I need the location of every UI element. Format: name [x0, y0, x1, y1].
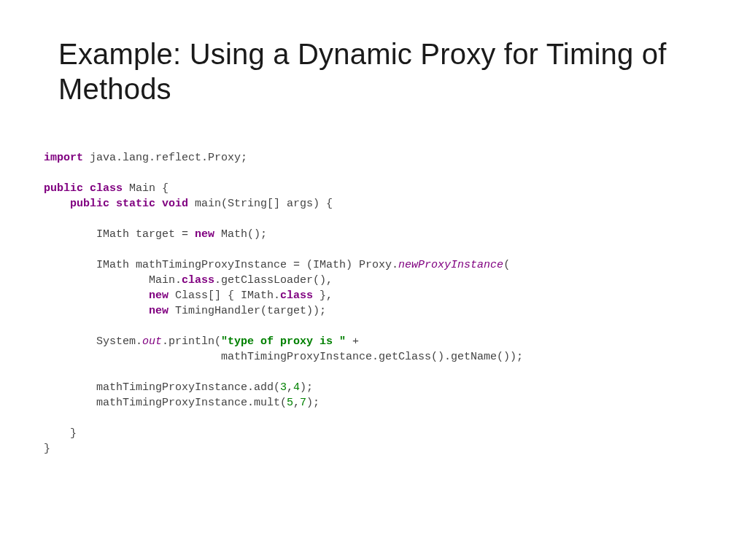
keyword-public: public: [70, 198, 109, 210]
sysout-d: mathTimingProxyInstance.getClass().getNa…: [44, 351, 523, 363]
handler-b: TimingHandler(target));: [169, 305, 326, 317]
slide-title: Example: Using a Dynamic Proxy for Timin…: [58, 36, 689, 106]
comma1: ,: [287, 381, 293, 394]
keyword-new3: new: [149, 305, 169, 317]
keyword-import: import: [44, 152, 83, 164]
brace-close2: }: [44, 443, 50, 455]
sysout-out: out: [142, 335, 162, 348]
close2: );: [306, 397, 320, 409]
keyword-void: void: [162, 198, 188, 210]
class-decl: Main {: [123, 182, 169, 195]
num-4: 4: [293, 381, 300, 394]
paren: (: [503, 259, 510, 271]
add-a: mathTimingProxyInstance.add(: [44, 381, 280, 394]
target-line-b: Math();: [214, 228, 267, 241]
import-package: java.lang.reflect.Proxy;: [83, 152, 247, 164]
comma2: ,: [293, 397, 300, 409]
keyword-static: static: [116, 198, 155, 210]
brace-close1: }: [44, 427, 77, 440]
num-7: 7: [300, 397, 306, 409]
keyword-public: public: [44, 182, 83, 195]
sysout-b: .println(: [162, 335, 221, 348]
slide-container: Example: Using a Dynamic Proxy for Timin…: [0, 0, 747, 560]
code-block: import java.lang.reflect.Proxy; public c…: [44, 150, 689, 456]
newproxy-call: newProxyInstance: [398, 259, 503, 271]
num-5: 5: [287, 397, 293, 409]
keyword-new: new: [195, 228, 214, 241]
sysout-a: System.: [44, 335, 142, 348]
clsarr-c: },: [313, 289, 333, 302]
string-literal: "type of proxy is ": [221, 335, 346, 348]
mult-a: mathTimingProxyInstance.mult(: [44, 397, 287, 409]
target-line-a: IMath target =: [44, 228, 195, 241]
main-sig: main(String[] args) {: [188, 198, 333, 210]
keyword-new2: new: [149, 289, 169, 302]
close1: );: [300, 381, 313, 394]
loader-a: Main.: [44, 274, 182, 287]
num-3: 3: [280, 381, 287, 394]
keyword-class2: class: [182, 274, 214, 287]
keyword-class: class: [90, 182, 123, 195]
proxy-decl: IMath mathTimingProxyInstance = (IMath) …: [44, 259, 398, 271]
loader-b: .getClassLoader(),: [214, 274, 333, 287]
keyword-class3: class: [280, 289, 313, 302]
clsarr-b: Class[] { IMath.: [169, 289, 280, 302]
sysout-c: +: [346, 335, 365, 348]
clsarr-a: [44, 289, 149, 302]
handler-a: [44, 305, 149, 317]
